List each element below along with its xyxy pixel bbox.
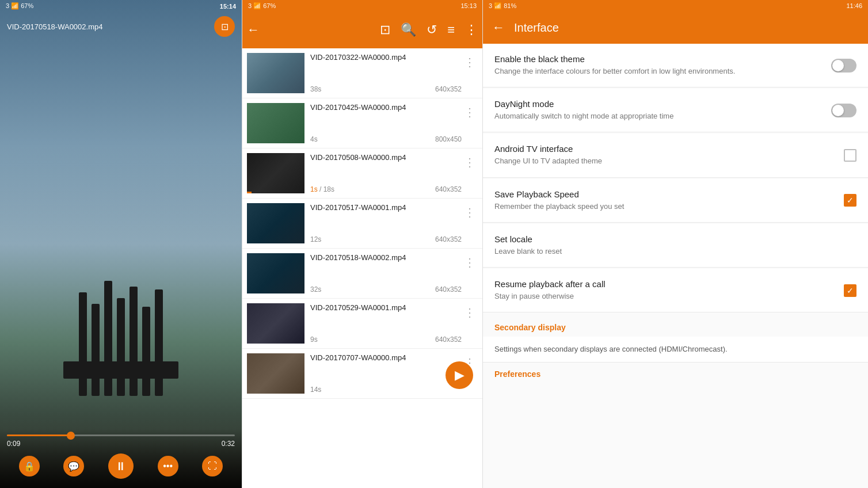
- pier-post: [117, 298, 125, 396]
- settings-header: ← Interface: [483, 12, 868, 44]
- video-controls: 0:09 0:32 🔒 💬 ⏸ ••• ⛶: [0, 429, 242, 488]
- pier-post: [104, 281, 112, 396]
- lock-button[interactable]: 🔒: [19, 456, 40, 476]
- cast-button[interactable]: ⊡: [214, 16, 235, 37]
- video-thumbnail: [247, 353, 304, 394]
- more-options-icon[interactable]: ⋮: [462, 103, 478, 121]
- setting-title: DayNight mode: [494, 99, 831, 109]
- list-item[interactable]: VID-20170322-WA0000.mp4 38s 640x352 ⋮: [242, 48, 482, 98]
- secondary-display-desc: Settings when secondary displays are con…: [483, 337, 868, 363]
- setting-title: Resume playback after a call: [494, 279, 844, 289]
- video-name: VID-20170517-WA0001.mp4: [310, 203, 462, 213]
- progress-thumb: [67, 432, 75, 440]
- settings-status-bar: 3 📶 81% 11:46: [483, 0, 868, 12]
- video-name: VID-20170425-WA0000.mp4: [310, 103, 462, 113]
- video-info: VID-20170517-WA0001.mp4 12s 640x352: [310, 203, 462, 243]
- crop-button[interactable]: ⛶: [202, 456, 223, 476]
- setting-desc: Change UI to TV adapted theme: [494, 156, 844, 166]
- more-button[interactable]: •••: [158, 456, 178, 476]
- video-meta: 4s 800x450: [310, 135, 462, 143]
- setting-title: Enable the black theme: [494, 54, 831, 64]
- setting-black-theme[interactable]: Enable the black theme Change the interf…: [483, 44, 868, 87]
- pause-button[interactable]: ⏸: [108, 453, 134, 479]
- list-header: ← ⊡ 🔍 ↺ ≡ ⋮: [242, 12, 482, 48]
- video-title-bar: VID-20170518-WA0002.mp4 ⊡: [0, 12, 242, 41]
- more-options-icon[interactable]: ⋮: [462, 53, 478, 71]
- setting-resume-playback[interactable]: Resume playback after a call Stay in pau…: [483, 269, 868, 312]
- list-item[interactable]: VID-20170517-WA0001.mp4 12s 640x352 ⋮: [242, 199, 482, 249]
- setting-android-tv[interactable]: Android TV interface Change UI to TV ada…: [483, 134, 868, 177]
- pier-post: [130, 287, 138, 396]
- pier-post: [155, 289, 163, 396]
- video-meta: 38s 640x352: [310, 85, 462, 93]
- setting-text: Resume playback after a call Stay in pau…: [494, 279, 844, 302]
- video-resolution: 640x352: [435, 185, 462, 193]
- video-list-panel: 3 📶 67% 15:13 ← ⊡ 🔍 ↺ ≡ ⋮ VID-20170322-W…: [242, 0, 482, 488]
- video-duration: 12s: [310, 235, 321, 243]
- setting-save-playback[interactable]: Save Playback Speed Remember the playbac…: [483, 179, 868, 223]
- sort-icon[interactable]: ≡: [447, 22, 455, 37]
- video-duration: 32s: [310, 285, 321, 293]
- subtitle-button[interactable]: 💬: [63, 456, 84, 476]
- more-options-icon[interactable]: ⋮: [462, 253, 478, 272]
- play-overlay-button[interactable]: ▶: [446, 361, 473, 389]
- resume-playback-checkbox[interactable]: ✓: [844, 284, 856, 297]
- video-resolution: 640x352: [435, 235, 462, 243]
- video-resolution: 640x352: [435, 285, 462, 293]
- setting-daynight[interactable]: DayNight mode Automatically switch to ni…: [483, 89, 868, 132]
- list-status-left: 3 📶 67%: [248, 2, 276, 10]
- pier-structure: [63, 361, 178, 379]
- settings-status-time: 11:46: [846, 2, 862, 9]
- video-info: VID-20170707-WA0000.mp4 14s: [310, 353, 462, 394]
- list-item[interactable]: VID-20170425-WA0000.mp4 4s 800x450 ⋮: [242, 98, 482, 148]
- status-bar: 3 📶 67% 15:14: [0, 0, 242, 12]
- setting-title: Android TV interface: [494, 144, 844, 154]
- setting-text: Set locale Leave blank to reset: [494, 234, 856, 257]
- video-info: VID-20170322-WA0000.mp4 38s 640x352: [310, 53, 462, 93]
- video-player-panel: 3 📶 67% 15:14 VID-20170518-WA0002.mp4 ⊡ …: [0, 0, 242, 488]
- list-item[interactable]: VID-20170529-WA0001.mp4 9s 640x352 ⋮: [242, 299, 482, 349]
- list-item[interactable]: VID-20170518-WA0002.mp4 32s 640x352 ⋮: [242, 249, 482, 299]
- setting-locale[interactable]: Set locale Leave blank to reset: [483, 224, 868, 268]
- header-action-icons: ⊡ 🔍 ↺ ≡ ⋮: [380, 22, 478, 37]
- video-duration: 4s: [310, 135, 318, 143]
- video-thumbnail: [247, 153, 304, 193]
- overflow-icon[interactable]: ⋮: [465, 22, 478, 37]
- preferences-label: Preferences: [483, 363, 868, 386]
- video-name: VID-20170508-WA0000.mp4: [310, 153, 462, 163]
- video-meta: 9s 640x352: [310, 336, 462, 344]
- history-icon[interactable]: ↺: [427, 22, 437, 37]
- settings-panel: 3 📶 81% 11:46 ← Interface Enable the bla…: [482, 0, 868, 488]
- settings-status-left: 3 📶 81%: [489, 2, 516, 10]
- setting-text: Enable the black theme Change the interf…: [494, 54, 831, 77]
- setting-title: Save Playback Speed: [494, 189, 844, 199]
- more-options-icon[interactable]: ⋮: [462, 203, 478, 222]
- setting-text: DayNight mode Automatically switch to ni…: [494, 99, 831, 121]
- video-list: VID-20170322-WA0000.mp4 38s 640x352 ⋮ VI…: [242, 48, 482, 488]
- list-item[interactable]: VID-20170707-WA0000.mp4 14s ⋮ ▶: [242, 349, 482, 399]
- back-button[interactable]: ←: [492, 20, 505, 35]
- cast-icon[interactable]: ⊡: [380, 22, 390, 37]
- search-icon[interactable]: 🔍: [401, 22, 416, 37]
- progress-fill: [7, 434, 71, 436]
- list-status-bar: 3 📶 67% 15:13: [242, 0, 482, 12]
- total-time: 0:32: [222, 440, 235, 448]
- video-thumbnail: [247, 53, 304, 93]
- current-time: 0:09: [7, 440, 20, 448]
- video-thumbnail: [247, 203, 304, 243]
- list-status-time: 15:13: [460, 2, 477, 9]
- video-meta: 12s 640x352: [310, 235, 462, 243]
- back-icon[interactable]: ←: [247, 22, 260, 37]
- video-duration: 14s: [310, 386, 321, 394]
- save-playback-checkbox[interactable]: ✓: [844, 194, 856, 207]
- more-options-icon[interactable]: ⋮: [462, 303, 478, 322]
- android-tv-checkbox[interactable]: [844, 149, 856, 162]
- black-theme-toggle[interactable]: [831, 59, 856, 73]
- more-options-icon[interactable]: ⋮: [462, 153, 478, 171]
- video-background: [0, 0, 242, 488]
- daynight-toggle[interactable]: [831, 104, 856, 117]
- secondary-display-label: Secondary display: [483, 314, 868, 337]
- video-thumbnail: [247, 253, 304, 293]
- list-item[interactable]: VID-20170508-WA0000.mp4 1s / 18s 640x352…: [242, 148, 482, 199]
- progress-bar[interactable]: [7, 434, 235, 436]
